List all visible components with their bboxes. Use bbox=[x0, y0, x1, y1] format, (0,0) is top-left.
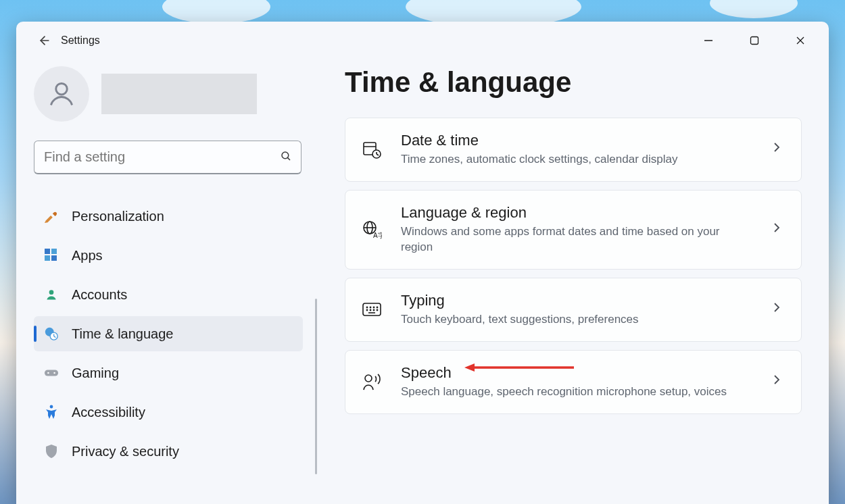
svg-point-20 bbox=[50, 405, 53, 409]
svg-text:A字: A字 bbox=[373, 232, 382, 239]
sidebar-item-accessibility[interactable]: Accessibility bbox=[34, 395, 303, 430]
sidebar-item-label: Accessibility bbox=[72, 405, 145, 420]
svg-point-12 bbox=[49, 290, 54, 295]
close-button[interactable] bbox=[777, 27, 823, 54]
profile-name-redacted bbox=[101, 74, 257, 114]
globe-text-icon: A字 bbox=[360, 218, 383, 241]
svg-point-5 bbox=[56, 83, 68, 95]
sidebar-item-privacy-security[interactable]: Privacy & security bbox=[34, 434, 303, 469]
avatar bbox=[34, 66, 89, 122]
maximize-button[interactable] bbox=[731, 27, 777, 54]
card-text: Date & time Time zones, automatic clock … bbox=[401, 132, 754, 168]
window-body: Personalization Apps Accounts bbox=[16, 59, 829, 504]
svg-point-33 bbox=[373, 307, 374, 308]
window-controls bbox=[685, 27, 823, 54]
search-input-wrap bbox=[34, 141, 301, 174]
svg-point-38 bbox=[377, 310, 377, 311]
svg-rect-2 bbox=[751, 37, 758, 45]
sidebar-item-label: Time & language bbox=[72, 326, 173, 342]
sidebar-scrollbar[interactable] bbox=[315, 299, 317, 474]
card-list: Date & time Time zones, automatic clock … bbox=[345, 118, 802, 414]
maximize-icon bbox=[750, 36, 759, 45]
card-subtitle: Time zones, automatic clock settings, ca… bbox=[401, 152, 754, 168]
close-icon bbox=[796, 36, 805, 45]
speech-icon bbox=[360, 370, 383, 393]
svg-point-36 bbox=[370, 310, 370, 311]
shield-icon bbox=[43, 443, 59, 459]
sidebar-item-apps[interactable]: Apps bbox=[34, 238, 303, 273]
nav-list: Personalization Apps Accounts bbox=[34, 199, 329, 469]
search-icon bbox=[280, 150, 292, 165]
svg-point-37 bbox=[373, 310, 374, 311]
typing-card[interactable]: Typing Touch keyboard, text suggestions,… bbox=[345, 278, 802, 342]
minimize-icon bbox=[704, 36, 713, 45]
search-input[interactable] bbox=[34, 141, 301, 174]
svg-rect-17 bbox=[45, 370, 58, 376]
sidebar-item-label: Accounts bbox=[72, 287, 127, 303]
svg-point-6 bbox=[282, 152, 289, 159]
svg-point-34 bbox=[377, 307, 377, 308]
svg-rect-9 bbox=[51, 249, 57, 254]
card-title: Typing bbox=[401, 292, 754, 309]
chevron-right-icon bbox=[771, 374, 786, 389]
sidebar-item-personalization[interactable]: Personalization bbox=[34, 199, 303, 234]
titlebar: Settings bbox=[16, 22, 829, 59]
language-region-card[interactable]: A字 Language & region Windows and some ap… bbox=[345, 190, 802, 270]
back-arrow-icon bbox=[38, 34, 51, 47]
card-text: Typing Touch keyboard, text suggestions,… bbox=[401, 292, 754, 328]
page-title: Time & language bbox=[345, 66, 802, 99]
card-title: Speech bbox=[401, 364, 754, 382]
card-subtitle: Touch keyboard, text suggestions, prefer… bbox=[401, 312, 754, 328]
person-icon bbox=[43, 286, 59, 303]
chevron-right-icon bbox=[771, 302, 786, 317]
svg-point-19 bbox=[53, 372, 55, 374]
svg-point-32 bbox=[370, 307, 370, 308]
calendar-clock-icon bbox=[360, 138, 383, 161]
user-profile[interactable] bbox=[34, 66, 329, 122]
svg-point-40 bbox=[365, 375, 372, 382]
minimize-button[interactable] bbox=[685, 27, 731, 54]
date-time-card[interactable]: Date & time Time zones, automatic clock … bbox=[345, 118, 802, 182]
app-title: Settings bbox=[61, 34, 100, 47]
back-button[interactable] bbox=[31, 27, 58, 54]
svg-rect-8 bbox=[45, 249, 50, 254]
svg-rect-11 bbox=[51, 255, 57, 261]
svg-rect-10 bbox=[45, 255, 50, 261]
settings-window: Settings bbox=[16, 22, 829, 504]
card-subtitle: Speech language, speech recognition micr… bbox=[401, 384, 754, 400]
brush-icon bbox=[43, 208, 59, 224]
person-icon bbox=[47, 79, 76, 109]
card-subtitle: Windows and some apps format dates and t… bbox=[401, 224, 754, 255]
sidebar-item-label: Gaming bbox=[72, 366, 119, 381]
accessibility-icon bbox=[43, 404, 59, 420]
card-title: Date & time bbox=[401, 132, 754, 149]
chevron-right-icon bbox=[771, 222, 786, 237]
sidebar-item-accounts[interactable]: Accounts bbox=[34, 277, 303, 312]
sidebar-item-label: Privacy & security bbox=[72, 444, 179, 459]
sidebar: Personalization Apps Accounts bbox=[16, 59, 329, 504]
speech-card[interactable]: Speech Speech language, speech recogniti… bbox=[345, 350, 802, 414]
sidebar-item-label: Personalization bbox=[72, 209, 164, 224]
sidebar-item-label: Apps bbox=[72, 248, 103, 263]
sidebar-item-gaming[interactable]: Gaming bbox=[34, 355, 303, 390]
svg-line-7 bbox=[287, 157, 290, 160]
svg-point-18 bbox=[47, 372, 49, 374]
gamepad-icon bbox=[43, 365, 59, 381]
keyboard-icon bbox=[360, 298, 383, 321]
sidebar-item-time-language[interactable]: Time & language bbox=[34, 316, 303, 351]
svg-rect-30 bbox=[363, 303, 381, 316]
card-text: Speech Speech language, speech recogniti… bbox=[401, 364, 754, 400]
main-content: Time & language Date & time Time zones, … bbox=[329, 59, 829, 504]
chevron-right-icon bbox=[771, 142, 786, 157]
card-title: Language & region bbox=[401, 204, 754, 222]
clock-globe-icon bbox=[43, 326, 59, 342]
svg-point-31 bbox=[366, 307, 367, 308]
svg-point-35 bbox=[366, 310, 367, 311]
card-text: Language & region Windows and some apps … bbox=[401, 204, 754, 255]
apps-icon bbox=[43, 247, 59, 263]
